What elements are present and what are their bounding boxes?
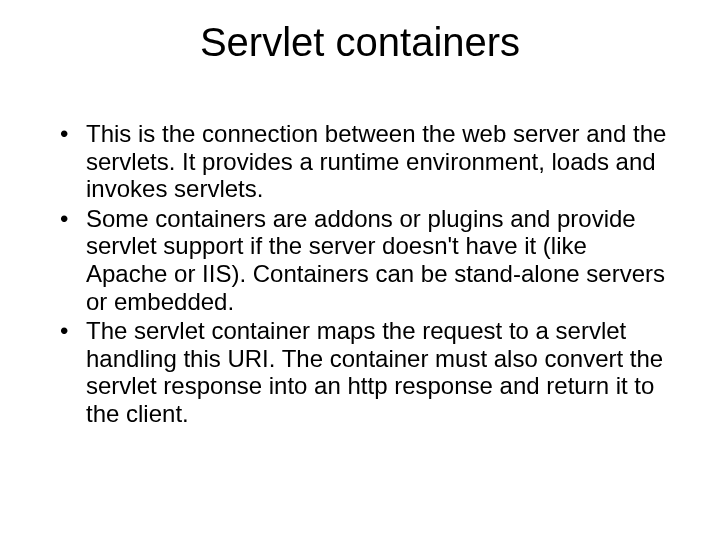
slide: Servlet containers This is the connectio… xyxy=(0,0,720,540)
list-item: Some containers are addons or plugins an… xyxy=(58,205,670,315)
slide-title: Servlet containers xyxy=(40,20,680,65)
bullet-list: This is the connection between the web s… xyxy=(58,120,670,428)
list-item: The servlet container maps the request t… xyxy=(58,317,670,427)
slide-content: This is the connection between the web s… xyxy=(40,120,680,428)
list-item: This is the connection between the web s… xyxy=(58,120,670,203)
